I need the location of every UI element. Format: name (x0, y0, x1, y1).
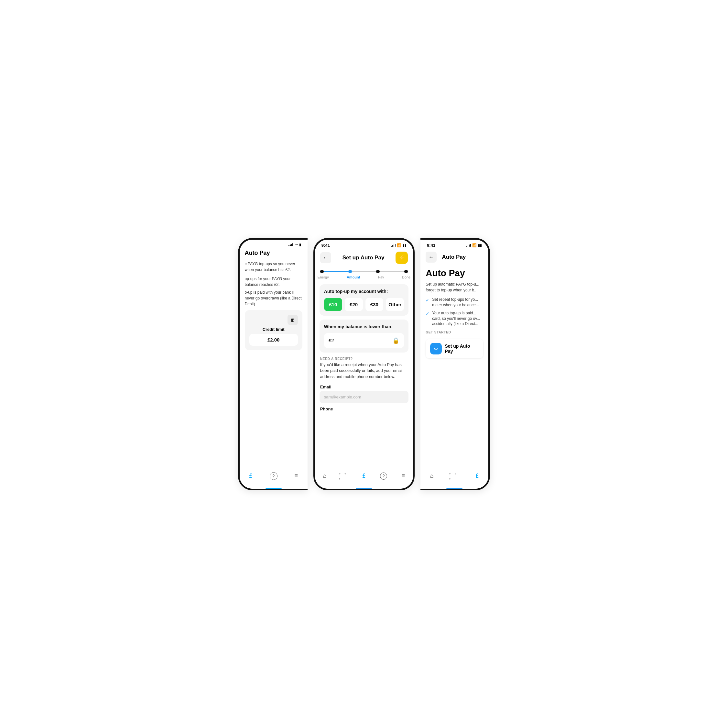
setup-auto-pay-button[interactable]: ∞ Set up Auto Pay (426, 339, 483, 358)
auto-pay-title: Auto Pay (426, 268, 483, 278)
bottom-nav-center: ⌂ ◦—◦—◦ £ ? ≡ (315, 467, 413, 489)
receipt-desc: If you'd like a receipt when your Auto P… (320, 362, 408, 380)
blue-bar-right (446, 488, 462, 489)
balance-card: When my balance is lower than: £2 🔒 (320, 320, 408, 353)
delete-icon[interactable]: 🗑 (288, 315, 298, 325)
back-button-right[interactable]: ← (426, 252, 437, 263)
left-desc1: c PAYG top-ups so you never when your ba… (245, 261, 302, 273)
amount-card: Auto top-up my account with: £10 £20 £30… (320, 284, 408, 316)
nav-pound-right[interactable]: £ (471, 471, 483, 482)
infinity-icon: ∞ (430, 343, 442, 355)
scene: ⋯ ▮ Auto Pay c PAYG top-ups so you never… (225, 225, 503, 503)
email-label: Email (315, 385, 413, 389)
time-center: 9:41 (321, 243, 330, 248)
nav-menu-left[interactable]: ≡ (291, 471, 302, 482)
step-dot-3 (404, 270, 408, 273)
receipt-label: NEED A RECEIPT? (320, 357, 408, 361)
nav-home-right[interactable]: ⌂ (426, 471, 437, 482)
wifi-icon-center: 📶 (397, 243, 401, 248)
amount-btn-30[interactable]: £30 (366, 298, 384, 311)
right-content: Auto Pay Set up automatic PAYG top-u... … (421, 265, 488, 362)
lightning-button[interactable]: ⚡ (396, 252, 408, 264)
divider (426, 336, 483, 337)
left-app-title-area: Auto Pay (240, 248, 307, 258)
wifi-icon-right: 📶 (472, 243, 477, 248)
auto-pay-desc: Set up automatic PAYG top-u... forget to… (426, 281, 483, 293)
left-title: Auto Pay (245, 250, 270, 256)
nav-pound-center[interactable]: £ (358, 471, 369, 482)
back-button-center[interactable]: ← (320, 252, 331, 263)
credit-value: £2.00 (249, 334, 298, 346)
time-right: 9:41 (427, 243, 435, 248)
step-line-2 (380, 271, 404, 272)
step-dot-1 (348, 270, 352, 273)
amount-btn-10[interactable]: £10 (324, 298, 342, 311)
nav-help-left[interactable]: ? (270, 472, 277, 480)
amount-options: £10 £20 £30 Other (324, 298, 404, 311)
center-header: ← Set up Auto Pay ⚡ (315, 249, 413, 266)
steps-row (315, 266, 413, 275)
nav-home-center[interactable]: ⌂ (319, 471, 330, 482)
right-header-title: Auto Pay (437, 254, 471, 260)
step-label-done: Done (402, 275, 410, 279)
left-content: c PAYG top-ups so you never when your ba… (240, 258, 307, 489)
status-bar-right: 9:41 📶 ▮▮ (421, 240, 488, 249)
right-phone: 9:41 📶 ▮▮ ← Auto Pay (421, 238, 490, 490)
bottom-nav-left: £ ? ≡ (240, 467, 307, 489)
step-label-pay: Pay (378, 275, 384, 279)
battery-icon-left: ▮ (299, 243, 301, 246)
status-bar-left: ⋯ ▮ (240, 240, 307, 248)
left-desc2: op-ups for your PAYG your balance reache… (245, 276, 302, 288)
step-line-0 (324, 271, 348, 272)
nav-help-center[interactable]: ? (380, 473, 387, 480)
center-phone: 9:41 📶 ▮▮ ← Set up Auto Pay ⚡ (314, 238, 414, 490)
setup-btn-text: Set up Auto Pay (445, 343, 479, 354)
check-mark-0: ✓ (426, 297, 430, 308)
signal-icon-right (466, 243, 471, 247)
check-item-0: ✓ Set repeat top-ups for yo... meter whe… (426, 297, 483, 308)
nav-menu-center[interactable]: ≡ (398, 471, 409, 482)
nav-pound-left[interactable]: £ (245, 471, 257, 482)
amount-card-title: Auto top-up my account with: (324, 289, 404, 294)
right-header: ← Auto Pay (421, 249, 488, 265)
phone-label: Phone (315, 407, 413, 411)
check-text-1: Your auto top-up is paid... card, so you… (432, 310, 483, 327)
credit-label: Credit limit (249, 327, 298, 332)
email-placeholder: sam@example.com (324, 395, 361, 399)
left-desc3: o-up is paid with your bank ll never go … (245, 289, 302, 307)
balance-input-row: £2 🔒 (324, 333, 404, 348)
steps-labels: Energy Amount Pay Done (315, 275, 413, 282)
status-bar-center: 9:41 📶 ▮▮ (315, 240, 413, 249)
get-started-label: GET STARTED (426, 330, 483, 334)
step-label-amount: Amount (347, 275, 360, 279)
battery-icon-center: ▮▮ (403, 243, 407, 247)
balance-card-title: When my balance is lower than: (324, 324, 404, 329)
step-line-1 (352, 271, 376, 272)
signal-icon-left (289, 243, 293, 246)
center-header-title: Set up Auto Pay (331, 254, 396, 261)
check-mark-1: ✓ (426, 311, 430, 327)
balance-value: £2 (329, 338, 334, 343)
amount-btn-other[interactable]: Other (386, 298, 404, 311)
credit-section: 🗑 Credit limit £2.00 (245, 310, 302, 350)
signal-icon-center (391, 243, 396, 247)
receipt-section: NEED A RECEIPT? If you'd like a receipt … (315, 355, 413, 385)
email-input[interactable]: sam@example.com (320, 391, 408, 403)
blue-bar-center (356, 488, 372, 489)
step-dot-2 (376, 270, 380, 273)
step-dot-0 (320, 270, 324, 273)
lock-icon: 🔒 (392, 337, 399, 344)
left-phone: ⋯ ▮ Auto Pay c PAYG top-ups so you never… (238, 238, 307, 490)
blue-bar-left (266, 488, 282, 489)
check-item-1: ✓ Your auto top-up is paid... card, so y… (426, 310, 483, 327)
bottom-nav-right: ⌂ ◦—◦—◦ £ (421, 467, 488, 489)
step-label-energy: Energy (318, 275, 329, 279)
nav-activity-right[interactable]: ◦—◦—◦ (449, 471, 460, 482)
wifi-icon-left: ⋯ (295, 243, 298, 246)
check-text-0: Set repeat top-ups for yo... meter when … (432, 297, 483, 308)
amount-btn-20[interactable]: £20 (345, 298, 363, 311)
battery-icon-right: ▮▮ (478, 243, 482, 247)
nav-activity-center[interactable]: ◦—◦—◦ (339, 471, 350, 482)
